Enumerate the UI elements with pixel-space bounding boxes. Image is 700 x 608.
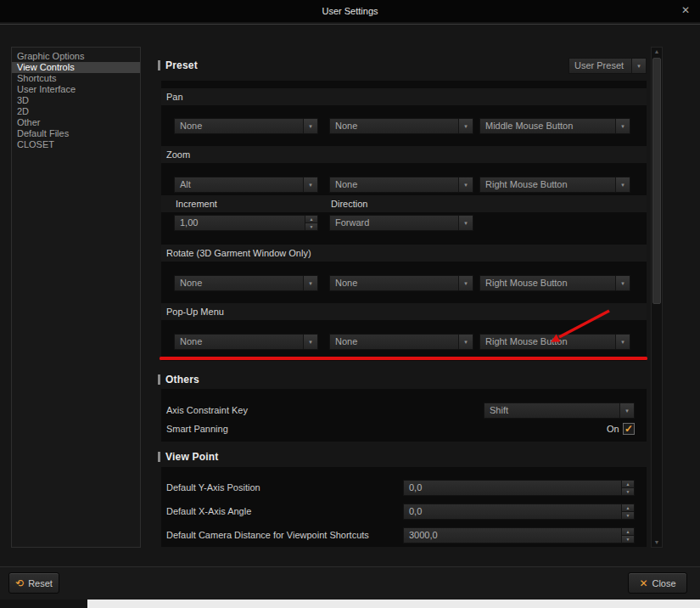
scrollbar-thumb[interactable] [652,58,661,304]
footer-bar [0,567,700,600]
reset-button[interactable]: ⟲ Reset [8,572,59,594]
spinner-value: 1,00 [175,216,305,230]
smart-panning-label: Smart Panning [166,421,228,437]
default-x-axis-angle-label: Default X-Axis Angle [166,504,251,520]
sidebar-item-other[interactable]: Other [12,117,140,128]
desktop-strip [0,600,700,608]
spinner-up-icon[interactable]: ▲ [622,528,634,535]
spinner-up-icon[interactable]: ▲ [305,216,317,222]
sidebar-item-default-files[interactable]: Default Files [12,128,140,139]
popup-modifier-b-dropdown[interactable]: None ▾ [329,334,473,350]
close-icon: ✕ [639,578,647,588]
chevron-down-icon[interactable]: ▾ [458,335,473,349]
zoom-modifier-a-dropdown[interactable]: Alt ▾ [174,177,318,193]
chevron-down-icon[interactable]: ▾ [615,276,630,290]
pan-modifier-b-dropdown[interactable]: None ▾ [329,118,473,134]
zoom-label-band [161,146,647,163]
preset-dropdown[interactable]: User Preset ▾ [568,58,647,74]
sidebar-item-2d[interactable]: 2D [12,106,140,117]
chevron-down-icon[interactable]: ▾ [458,216,473,230]
chevron-down-icon[interactable]: ▾ [631,59,646,73]
title-separator [0,24,700,25]
spinner-buttons: ▲ ▼ [305,216,317,230]
scrollbar-up-icon[interactable]: ▲ [652,48,662,56]
preset-dropdown-value: User Preset [569,59,631,73]
close-button[interactable]: ✕ Close [628,572,687,594]
zoom-modifier-b-dropdown[interactable]: None ▾ [329,177,473,193]
user-settings-dialog: User Settings ✕ Graphic Options View Con… [0,0,700,608]
dropdown-value: Right Mouse Button [480,177,615,192]
dropdown-value: None [175,335,303,349]
chevron-down-icon[interactable]: ▾ [303,276,317,290]
spinner-value: 0,0 [404,481,621,495]
popup-mouse-button-dropdown[interactable]: Right Mouse Button ▾ [479,334,630,350]
spinner-down-icon[interactable]: ▼ [622,511,634,519]
sidebar-item-closet[interactable]: CLOSET [12,139,140,150]
spinner-value: 3000,0 [404,528,621,543]
spinner-down-icon[interactable]: ▼ [622,487,634,495]
default-y-axis-position-input[interactable]: 0,0 ▲ ▼ [403,480,635,496]
spinner-up-icon[interactable]: ▲ [622,481,634,487]
rotate-modifier-b-dropdown[interactable]: None ▾ [329,275,473,291]
dropdown-value: Shift [484,403,619,418]
chevron-down-icon[interactable]: ▾ [619,403,634,418]
rotate-mouse-button-dropdown[interactable]: Right Mouse Button ▾ [479,275,630,291]
default-camera-distance-label: Default Camera Distance for Viewpoint Sh… [166,527,369,543]
default-camera-distance-input[interactable]: 3000,0 ▲ ▼ [403,527,635,543]
dropdown-value: Right Mouse Button [480,276,615,290]
section-header-others: Others [158,374,199,386]
header-accent-bar [158,374,160,385]
spinner-buttons: ▲ ▼ [621,528,634,543]
zoom-increment-input[interactable]: 1,00 ▲ ▼ [174,215,318,231]
chevron-down-icon[interactable]: ▾ [303,177,317,192]
pan-modifier-a-dropdown[interactable]: None ▾ [174,118,318,134]
chevron-down-icon[interactable]: ▾ [458,276,473,290]
spinner-down-icon[interactable]: ▼ [622,535,634,543]
header-accent-bar [158,60,160,70]
axis-constraint-key-dropdown[interactable]: Shift ▾ [484,403,635,419]
rotate-modifier-a-dropdown[interactable]: None ▾ [174,275,318,291]
dropdown-value: None [330,177,458,192]
section-title-view-point: View Point [165,451,218,463]
scrollbar-down-icon[interactable]: ▼ [652,538,662,547]
popup-modifier-a-dropdown[interactable]: None ▾ [174,334,318,350]
sidebar-item-graphic-options[interactable]: Graphic Options [12,51,140,62]
chevron-down-icon[interactable]: ▾ [458,177,473,192]
increment-direction-band [161,195,647,212]
smart-panning-checkbox[interactable]: ✓ [623,423,635,435]
chevron-down-icon[interactable]: ▾ [615,177,630,192]
header-accent-bar [158,452,160,462]
chevron-down-icon[interactable]: ▾ [615,335,630,349]
sidebar-item-shortcuts[interactable]: Shortcuts [12,73,140,84]
dropdown-value: Forward [330,216,458,230]
close-button-label: Close [652,578,675,588]
chevron-down-icon[interactable]: ▾ [303,119,317,133]
dropdown-value: Middle Mouse Button [480,119,615,133]
chevron-down-icon[interactable]: ▾ [303,335,317,349]
sidebar-item-3d[interactable]: 3D [12,95,140,106]
spinner-up-icon[interactable]: ▲ [622,504,634,511]
chevron-down-icon[interactable]: ▾ [458,119,473,133]
window-close-icon[interactable]: ✕ [681,4,690,16]
popup-label-band [161,303,647,320]
reset-button-label: Reset [28,578,53,588]
sidebar-item-user-interface[interactable]: User Interface [12,84,140,95]
axis-constraint-key-label: Axis Constraint Key [166,403,248,419]
smart-panning-state-label: On [607,421,619,437]
window-title: User Settings [0,0,700,22]
chevron-down-icon[interactable]: ▾ [615,119,630,133]
dropdown-value: None [175,119,303,133]
direction-label: Direction [331,195,367,212]
default-y-axis-position-label: Default Y-Axis Position [166,480,260,496]
reset-icon: ⟲ [15,578,24,588]
content-scrollbar[interactable]: ▲ ▼ [651,47,663,548]
title-bar: User Settings ✕ [0,0,700,22]
popup-menu-label: Pop-Up Menu [166,303,224,320]
zoom-mouse-button-dropdown[interactable]: Right Mouse Button ▾ [479,177,630,193]
spinner-down-icon[interactable]: ▼ [305,222,317,230]
sidebar-item-view-controls[interactable]: View Controls [12,62,140,73]
default-x-axis-angle-input[interactable]: 0,0 ▲ ▼ [403,504,635,520]
spinner-value: 0,0 [404,504,621,519]
zoom-direction-dropdown[interactable]: Forward ▾ [329,215,473,231]
pan-mouse-button-dropdown[interactable]: Middle Mouse Button ▾ [479,118,630,134]
